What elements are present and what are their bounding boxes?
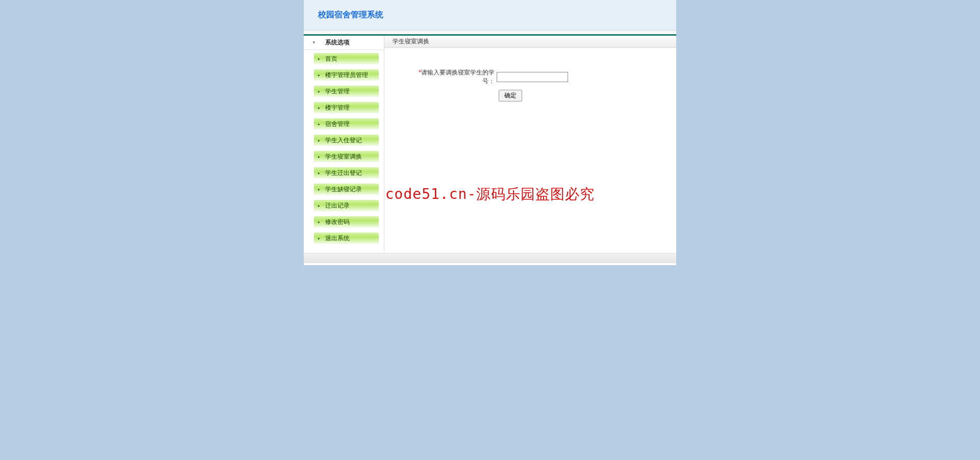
sidebar: ▼ 系统选项 ▸首页▸楼宇管理员管理▸学生管理▸楼宇管理▸宿舍管理▸学生入住登记… bbox=[304, 36, 384, 253]
sidebar-item-label: 退出系统 bbox=[325, 234, 350, 243]
sidebar-item-label: 学生缺寝记录 bbox=[325, 185, 362, 194]
header-bar: 校园宿舍管理系统 bbox=[304, 0, 676, 31]
sidebar-title: 系统选项 bbox=[325, 38, 350, 47]
submit-button[interactable]: 确定 bbox=[499, 90, 522, 101]
form-row: *请输入要调换寝室学生的学号： bbox=[410, 68, 661, 86]
sidebar-item-label: 首页 bbox=[325, 55, 337, 63]
sidebar-item-label: 学生寝室调换 bbox=[325, 152, 362, 161]
content-area: 学生寝室调换 *请输入要调换寝室学生的学号： 确定 bbox=[384, 36, 676, 253]
sidebar-item-label: 楼宇管理 bbox=[325, 104, 350, 112]
sidebar-item-6[interactable]: ▸学生寝室调换 bbox=[314, 151, 379, 162]
arrow-right-icon: ▸ bbox=[318, 106, 320, 110]
sidebar-item-1[interactable]: ▸楼宇管理员管理 bbox=[314, 69, 379, 81]
sidebar-item-5[interactable]: ▸学生入住登记 bbox=[314, 135, 379, 146]
sidebar-item-9[interactable]: ▸迁出记录 bbox=[314, 200, 379, 211]
sidebar-item-label: 学生迁出登记 bbox=[325, 169, 362, 177]
label-text: 请输入要调换寝室学生的学号： bbox=[421, 69, 495, 85]
arrow-right-icon: ▸ bbox=[318, 236, 320, 241]
arrow-right-icon: ▸ bbox=[318, 155, 320, 159]
sidebar-item-label: 楼宇管理员管理 bbox=[325, 71, 368, 80]
body-row: ▼ 系统选项 ▸首页▸楼宇管理员管理▸学生管理▸楼宇管理▸宿舍管理▸学生入住登记… bbox=[304, 36, 676, 253]
arrow-right-icon: ▸ bbox=[318, 57, 320, 61]
sidebar-item-10[interactable]: ▸修改密码 bbox=[314, 216, 379, 227]
sidebar-item-label: 迁出记录 bbox=[325, 201, 350, 210]
app-container: 校园宿舍管理系统 ▼ 系统选项 ▸首页▸楼宇管理员管理▸学生管理▸楼宇管理▸宿舍… bbox=[304, 0, 676, 265]
sidebar-item-11[interactable]: ▸退出系统 bbox=[314, 233, 379, 244]
chevron-down-icon: ▼ bbox=[312, 40, 316, 45]
sidebar-item-label: 宿舍管理 bbox=[325, 120, 350, 129]
student-id-input[interactable] bbox=[497, 72, 568, 82]
divider bbox=[304, 31, 676, 36]
button-row: 确定 bbox=[410, 90, 661, 101]
sidebar-item-8[interactable]: ▸学生缺寝记录 bbox=[314, 184, 379, 195]
sidebar-item-7[interactable]: ▸学生迁出登记 bbox=[314, 167, 379, 178]
menu-list: ▸首页▸楼宇管理员管理▸学生管理▸楼宇管理▸宿舍管理▸学生入住登记▸学生寝室调换… bbox=[304, 50, 384, 244]
sidebar-item-3[interactable]: ▸楼宇管理 bbox=[314, 102, 379, 113]
arrow-right-icon: ▸ bbox=[318, 203, 320, 208]
sidebar-item-0[interactable]: ▸首页 bbox=[314, 53, 379, 64]
sidebar-item-4[interactable]: ▸宿舍管理 bbox=[314, 118, 379, 130]
form-area: *请输入要调换寝室学生的学号： 确定 bbox=[384, 48, 676, 112]
sidebar-header[interactable]: ▼ 系统选项 bbox=[304, 36, 384, 50]
sidebar-item-label: 修改密码 bbox=[325, 218, 350, 226]
arrow-right-icon: ▸ bbox=[318, 220, 320, 224]
arrow-right-icon: ▸ bbox=[318, 138, 320, 143]
footer-strip bbox=[304, 253, 676, 263]
arrow-right-icon: ▸ bbox=[318, 187, 320, 192]
arrow-right-icon: ▸ bbox=[318, 73, 320, 78]
student-id-label: *请输入要调换寝室学生的学号： bbox=[410, 68, 497, 86]
arrow-right-icon: ▸ bbox=[318, 122, 320, 126]
content-title: 学生寝室调换 bbox=[384, 36, 676, 48]
arrow-right-icon: ▸ bbox=[318, 89, 320, 94]
sidebar-item-2[interactable]: ▸学生管理 bbox=[314, 86, 379, 97]
sidebar-item-label: 学生入住登记 bbox=[325, 136, 362, 145]
sidebar-item-label: 学生管理 bbox=[325, 87, 350, 96]
arrow-right-icon: ▸ bbox=[318, 171, 320, 175]
app-title: 校园宿舍管理系统 bbox=[318, 10, 383, 20]
